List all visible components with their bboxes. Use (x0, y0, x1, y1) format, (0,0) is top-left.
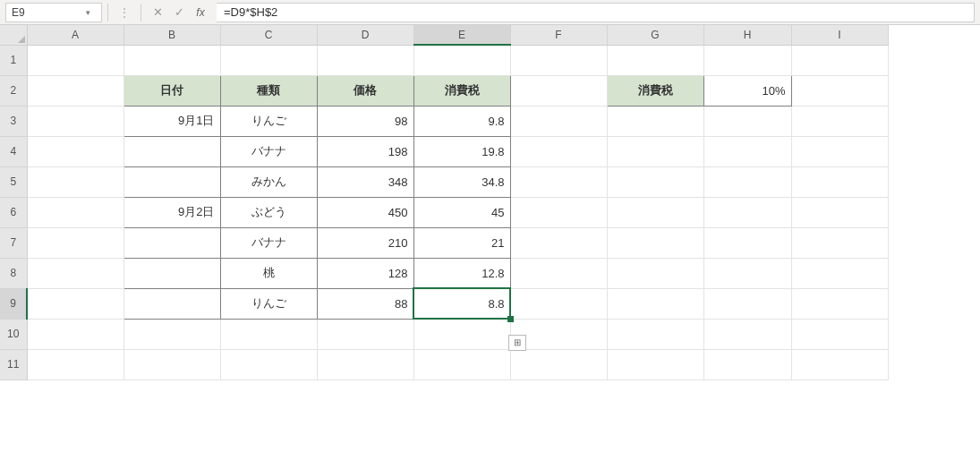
cell-G9[interactable] (607, 288, 703, 319)
cell-H6[interactable] (703, 197, 791, 227)
cell-B7[interactable] (124, 227, 220, 258)
row-head-5[interactable]: 5 (0, 166, 27, 197)
cell-C6[interactable]: ぶどう (220, 197, 317, 227)
chevron-down-icon[interactable]: ▾ (80, 8, 96, 17)
cell-F8[interactable] (510, 258, 607, 288)
cell-H4[interactable] (703, 136, 791, 166)
cell-E8[interactable]: 12.8 (413, 258, 510, 288)
cell-G2[interactable]: 消費税 (607, 75, 703, 106)
cell-A2[interactable] (27, 75, 124, 106)
cell-I4[interactable] (791, 136, 888, 166)
cell-I11[interactable] (791, 349, 888, 380)
cell-B6[interactable]: 9月2日 (124, 197, 220, 227)
row-head-7[interactable]: 7 (0, 227, 27, 258)
grid[interactable]: A B C D E F G H I 1 2 日付 (0, 25, 889, 380)
cell-G11[interactable] (607, 349, 703, 380)
row-head-4[interactable]: 4 (0, 136, 27, 166)
row-head-1[interactable]: 1 (0, 45, 27, 75)
fx-icon[interactable]: fx (190, 3, 211, 22)
formula-input[interactable] (217, 5, 974, 19)
cell-F7[interactable] (510, 227, 607, 258)
col-head-A[interactable]: A (27, 25, 124, 45)
cell-G10[interactable] (607, 319, 703, 349)
row-head-6[interactable]: 6 (0, 197, 27, 227)
cell-I6[interactable] (791, 197, 888, 227)
row-head-2[interactable]: 2 (0, 75, 27, 106)
cell-H5[interactable] (703, 166, 791, 197)
cell-D3[interactable]: 98 (317, 106, 413, 136)
cell-B4[interactable] (124, 136, 220, 166)
cell-H3[interactable] (703, 106, 791, 136)
autofill-options-icon[interactable]: ⊞ (508, 335, 526, 351)
row-head-9[interactable]: 9 (0, 288, 27, 319)
cell-C3[interactable]: りんご (220, 106, 317, 136)
cell-C10[interactable] (220, 319, 317, 349)
cell-H9[interactable] (703, 288, 791, 319)
cell-A7[interactable] (27, 227, 124, 258)
cell-H2[interactable]: 10% (703, 75, 791, 106)
col-head-D[interactable]: D (317, 25, 413, 45)
cell-F5[interactable] (510, 166, 607, 197)
col-head-G[interactable]: G (607, 25, 703, 45)
row-head-8[interactable]: 8 (0, 258, 27, 288)
cell-A9[interactable] (27, 288, 124, 319)
cell-C1[interactable] (220, 45, 317, 75)
cell-F1[interactable] (510, 45, 607, 75)
cell-F9[interactable] (510, 288, 607, 319)
row-head-11[interactable]: 11 (0, 349, 27, 380)
cell-A1[interactable] (27, 45, 124, 75)
cell-E6[interactable]: 45 (413, 197, 510, 227)
cell-C5[interactable]: みかん (220, 166, 317, 197)
cell-A3[interactable] (27, 106, 124, 136)
cell-G5[interactable] (607, 166, 703, 197)
cell-B8[interactable] (124, 258, 220, 288)
cell-A6[interactable] (27, 197, 124, 227)
cell-I8[interactable] (791, 258, 888, 288)
cell-F11[interactable] (510, 349, 607, 380)
cell-D11[interactable] (317, 349, 413, 380)
formula-input-wrap[interactable] (217, 3, 975, 22)
row-head-3[interactable]: 3 (0, 106, 27, 136)
cell-H1[interactable] (703, 45, 791, 75)
cell-E2[interactable]: 消費税 (413, 75, 510, 106)
select-all-corner[interactable] (0, 25, 27, 45)
cell-D10[interactable] (317, 319, 413, 349)
cell-A8[interactable] (27, 258, 124, 288)
cell-I9[interactable] (791, 288, 888, 319)
col-head-H[interactable]: H (703, 25, 791, 45)
cell-E11[interactable] (413, 349, 510, 380)
col-head-F[interactable]: F (510, 25, 607, 45)
cell-E4[interactable]: 19.8 (413, 136, 510, 166)
cell-E9[interactable]: 8.8 ⊞ (413, 288, 510, 319)
cell-B5[interactable] (124, 166, 220, 197)
cell-C4[interactable]: バナナ (220, 136, 317, 166)
col-head-C[interactable]: C (220, 25, 317, 45)
cell-I10[interactable] (791, 319, 888, 349)
cell-G8[interactable] (607, 258, 703, 288)
cell-C11[interactable] (220, 349, 317, 380)
cell-B3[interactable]: 9月1日 (124, 106, 220, 136)
cell-I2[interactable] (791, 75, 888, 106)
cell-G1[interactable] (607, 45, 703, 75)
cell-E1[interactable] (413, 45, 510, 75)
cell-A5[interactable] (27, 166, 124, 197)
cell-D1[interactable] (317, 45, 413, 75)
cell-A11[interactable] (27, 349, 124, 380)
col-head-B[interactable]: B (124, 25, 220, 45)
cell-G3[interactable] (607, 106, 703, 136)
cell-H11[interactable] (703, 349, 791, 380)
cancel-icon[interactable]: ✕ (147, 3, 168, 22)
cell-G4[interactable] (607, 136, 703, 166)
cell-F4[interactable] (510, 136, 607, 166)
col-head-E[interactable]: E (413, 25, 510, 45)
cell-I5[interactable] (791, 166, 888, 197)
cell-H7[interactable] (703, 227, 791, 258)
cell-C8[interactable]: 桃 (220, 258, 317, 288)
confirm-icon[interactable]: ✓ (168, 3, 190, 22)
cell-D6[interactable]: 450 (317, 197, 413, 227)
cell-G7[interactable] (607, 227, 703, 258)
name-box-input[interactable] (6, 6, 80, 19)
cell-D5[interactable]: 348 (317, 166, 413, 197)
more-icon[interactable]: ⋮ (114, 3, 135, 22)
cell-A10[interactable] (27, 319, 124, 349)
